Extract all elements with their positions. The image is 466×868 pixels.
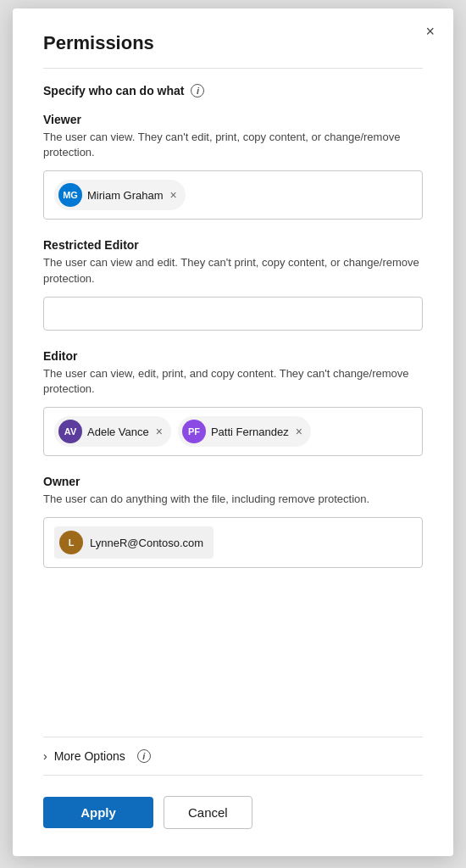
remove-pf-button[interactable]: × (296, 426, 302, 437)
permissions-dialog: × Permissions Specify who can do what i … (13, 8, 453, 856)
owner-description: The user can do anything with the file, … (43, 492, 423, 507)
editor-description: The user can view, edit, print, and copy… (43, 366, 423, 397)
more-options-label: More Options (54, 749, 125, 763)
viewer-title: Viewer (43, 113, 423, 126)
viewer-box[interactable]: MG Miriam Graham × (43, 170, 423, 220)
avatar-pf: PF (182, 420, 206, 443)
editor-user-pf-name: Patti Fernandez (211, 426, 289, 438)
viewer-section: Viewer The user can view. They can't edi… (43, 101, 423, 220)
specify-label: Specify who can do what (43, 84, 184, 97)
title-divider (43, 68, 423, 69)
editor-title: Editor (43, 349, 423, 363)
remove-av-button[interactable]: × (156, 426, 163, 437)
restricted-editor-title: Restricted Editor (43, 238, 423, 252)
owner-user-email: LynneR@Contoso.com (90, 537, 203, 549)
cancel-button[interactable]: Cancel (164, 796, 252, 829)
viewer-description: The user can view. They can't edit, prin… (43, 130, 423, 160)
actions-row: Apply Cancel (43, 796, 423, 829)
owner-user-l: L LynneR@Contoso.com (54, 526, 214, 559)
owner-section: Owner The user can do anything with the … (43, 475, 423, 568)
chevron-right-icon: › (43, 749, 47, 763)
avatar-av: AV (58, 420, 82, 443)
more-options-row[interactable]: › More Options i (43, 737, 423, 776)
viewer-user-mg: MG Miriam Graham × (54, 180, 186, 210)
apply-button[interactable]: Apply (43, 797, 153, 828)
close-button[interactable]: × (422, 20, 438, 42)
restricted-editor-box[interactable] (43, 297, 423, 331)
dialog-title: Permissions (43, 32, 423, 54)
editor-user-pf: PF Patti Fernandez × (178, 416, 311, 447)
editor-section: Editor The user can view, edit, print, a… (43, 349, 423, 456)
avatar-mg: MG (58, 183, 82, 207)
editor-user-av-name: Adele Vance (87, 426, 149, 438)
owner-title: Owner (43, 475, 423, 488)
more-options-info-icon: i (137, 749, 151, 763)
viewer-user-mg-name: Miriam Graham (87, 189, 164, 202)
specify-header-row: Specify who can do what i (43, 84, 423, 97)
avatar-l: L (59, 531, 83, 554)
restricted-editor-section: Restricted Editor The user can view and … (43, 238, 423, 330)
specify-info-icon: i (191, 84, 204, 97)
close-icon: × (425, 23, 435, 40)
remove-mg-button[interactable]: × (170, 189, 177, 201)
restricted-editor-description: The user can view and edit. They can't p… (43, 255, 423, 286)
editor-box[interactable]: AV Adele Vance × PF Patti Fernandez × (43, 407, 423, 456)
editor-user-av: AV Adele Vance × (54, 416, 171, 447)
owner-box[interactable]: L LynneR@Contoso.com (43, 517, 423, 568)
